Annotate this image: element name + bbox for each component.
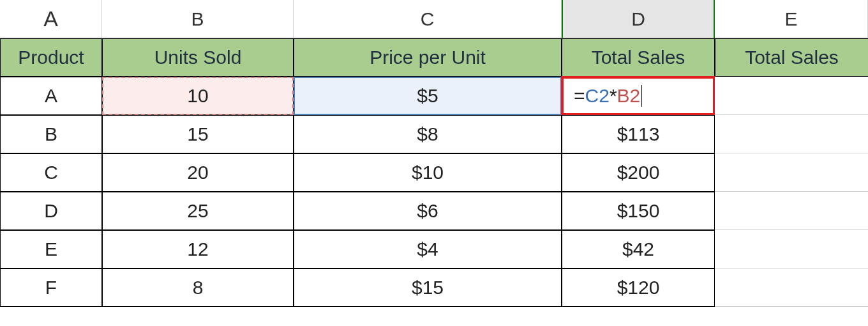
- cell-E6[interactable]: [715, 230, 868, 268]
- cell-B4[interactable]: 20: [102, 153, 294, 192]
- col-header-C[interactable]: C: [294, 0, 562, 38]
- cell-B2[interactable]: 10: [102, 77, 294, 115]
- header-total-sales[interactable]: Total Sales: [562, 38, 715, 77]
- cell-E7[interactable]: [715, 268, 868, 307]
- text-cursor: [641, 85, 642, 107]
- col-header-B[interactable]: B: [102, 0, 294, 38]
- cell-E4[interactable]: [715, 153, 868, 192]
- cell-D6[interactable]: $42: [562, 230, 715, 268]
- cell-D3[interactable]: $113: [562, 115, 715, 153]
- cell-E5[interactable]: [715, 192, 868, 230]
- cell-D5[interactable]: $150: [562, 192, 715, 230]
- cell-D7[interactable]: $120: [562, 268, 715, 307]
- cell-E2[interactable]: [715, 77, 868, 115]
- header-total-sales-e[interactable]: Total Sales: [715, 38, 868, 77]
- cell-A6[interactable]: E: [0, 230, 102, 268]
- cell-C6[interactable]: $4: [294, 230, 562, 268]
- cell-A3[interactable]: B: [0, 115, 102, 153]
- cell-A7[interactable]: F: [0, 268, 102, 307]
- col-header-E[interactable]: E: [715, 0, 868, 38]
- header-units-sold[interactable]: Units Sold: [102, 38, 294, 77]
- header-product[interactable]: Product: [0, 38, 102, 77]
- cell-A5[interactable]: D: [0, 192, 102, 230]
- cell-B5[interactable]: 25: [102, 192, 294, 230]
- cell-C3[interactable]: $8: [294, 115, 562, 153]
- cell-D4[interactable]: $200: [562, 153, 715, 192]
- cell-C5[interactable]: $6: [294, 192, 562, 230]
- cell-C7[interactable]: $15: [294, 268, 562, 307]
- formula-ref-b2: B2: [617, 85, 641, 107]
- cell-A2[interactable]: A: [0, 77, 102, 115]
- cell-C2[interactable]: $5: [294, 77, 562, 115]
- cell-B3[interactable]: 15: [102, 115, 294, 153]
- formula-equals: =: [574, 85, 585, 107]
- formula-operator: *: [610, 85, 617, 107]
- cell-C4[interactable]: $10: [294, 153, 562, 192]
- col-header-D[interactable]: D: [562, 0, 715, 38]
- cell-B7[interactable]: 8: [102, 268, 294, 307]
- cell-A4[interactable]: C: [0, 153, 102, 192]
- col-header-A[interactable]: A: [0, 0, 102, 38]
- cell-D2[interactable]: =C2*B2: [562, 77, 715, 115]
- formula-ref-c2: C2: [585, 85, 610, 107]
- header-price-per-unit[interactable]: Price per Unit: [294, 38, 562, 77]
- cell-E3[interactable]: [715, 115, 868, 153]
- cell-B6[interactable]: 12: [102, 230, 294, 268]
- spreadsheet-grid[interactable]: A B C D E Product Units Sold Price per U…: [0, 0, 868, 307]
